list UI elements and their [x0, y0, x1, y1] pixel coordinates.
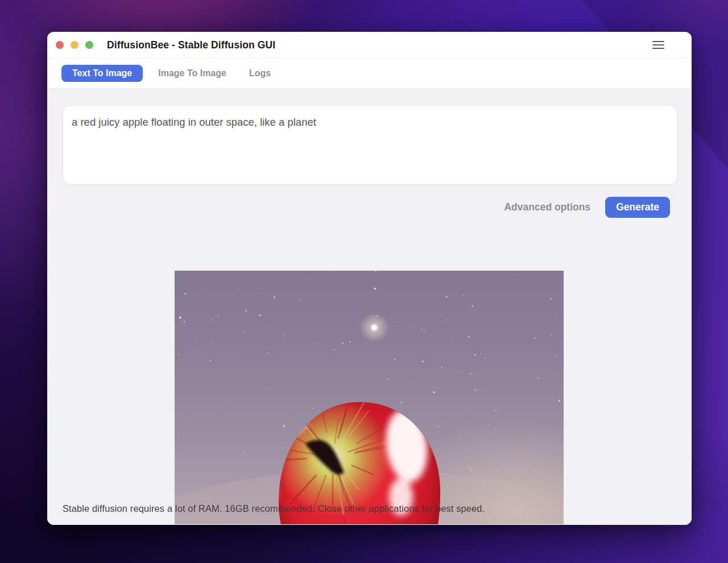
close-button[interactable] [56, 41, 64, 49]
desktop-wallpaper: DiffusionBee - Stable Diffusion GUI Text… [0, 0, 728, 563]
tab-bar: Text To Image Image To Image Logs [47, 59, 692, 89]
generated-image-svg [175, 271, 564, 524]
actions-row: Advanced options Generate [504, 197, 670, 218]
bright-star [359, 313, 389, 342]
title-bar: DiffusionBee - Stable Diffusion GUI [47, 32, 692, 59]
window-controls [56, 41, 93, 49]
menu-icon[interactable] [652, 41, 664, 49]
advanced-options-link[interactable]: Advanced options [504, 201, 590, 213]
minimize-button[interactable] [71, 41, 78, 49]
generate-button[interactable]: Generate [605, 197, 670, 218]
tab-logs[interactable]: Logs [249, 68, 271, 78]
main-content: a red juicy apple floating in outer spac… [47, 89, 692, 525]
window-title: DiffusionBee - Stable Diffusion GUI [107, 39, 275, 51]
tab-image-to-image[interactable]: Image To Image [158, 68, 226, 78]
tab-text-to-image[interactable]: Text To Image [61, 65, 143, 82]
generated-image [175, 271, 564, 524]
zoom-button[interactable] [85, 41, 93, 49]
prompt-input[interactable]: a red juicy apple floating in outer spac… [63, 105, 677, 185]
app-window: DiffusionBee - Stable Diffusion GUI Text… [47, 32, 692, 525]
ram-warning-text: Stable diffusion requires a lot of RAM. … [63, 503, 485, 514]
